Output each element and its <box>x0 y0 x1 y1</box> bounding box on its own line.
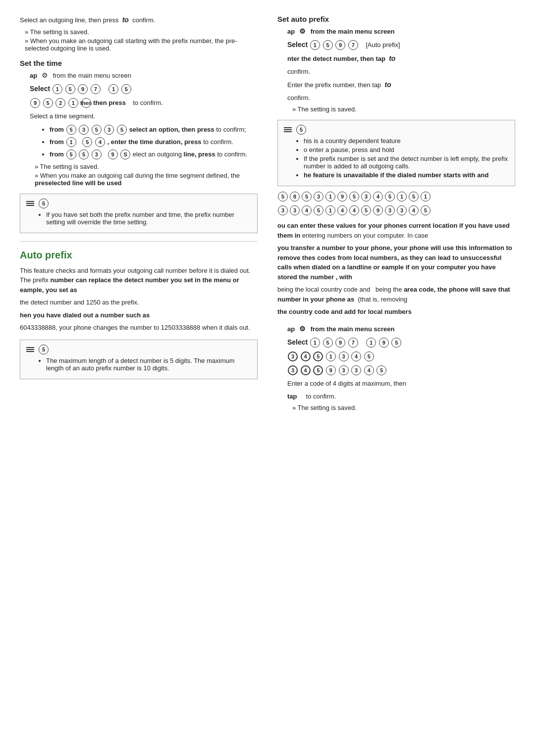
k-3a: 3 <box>79 125 89 135</box>
nr1-5e: 5 <box>409 192 419 202</box>
ap2-k3d: 3 <box>339 365 349 375</box>
sap-enter-prefix: Enter the prefix number, then tap to <box>287 80 515 90</box>
ap2-tap: tap <box>287 393 297 400</box>
key-5: 5 <box>65 84 75 94</box>
sap-confirm-line: confirm. <box>287 67 515 77</box>
nr1-1: 1 <box>325 192 335 202</box>
sap-select-label: Select <box>287 41 308 49</box>
ap-bottom-section: ap ⚙ from the main menu screen Select 1 … <box>287 324 515 411</box>
time-arrow-1: The setting is saved. <box>35 163 258 170</box>
nr2-3d: 3 <box>397 205 407 215</box>
ap2-line: ap ⚙ from the main menu screen <box>287 324 515 334</box>
sap-enter-detect: nter the detect number, then tap to <box>287 53 515 64</box>
nr2-5c: 5 <box>421 205 430 215</box>
ap2-to-confirm: to confirm. <box>306 393 336 400</box>
nr2-1: 1 <box>325 205 335 215</box>
nr2-4b: 4 <box>337 205 347 215</box>
key-9b: 9 <box>30 98 40 108</box>
nr1-5b: 5 <box>302 192 312 202</box>
sap-ap-line: ap ⚙ from the main menu screen <box>287 26 515 37</box>
auto-prefix-section: Auto prefix This feature checks and form… <box>20 250 258 333</box>
ap2-k4: 4 <box>301 352 311 361</box>
ap2-select-row: Select 1 5 9 7 1 9 5 <box>287 337 515 348</box>
sap-arrows: The setting is saved. <box>292 105 515 113</box>
sap-to: to <box>389 54 395 62</box>
ap2-arrows: The setting is saved. <box>292 404 515 411</box>
key-2: 2 <box>55 98 65 108</box>
ap2-keys3-row: 3 4 5 1 3 4 5 <box>287 351 515 362</box>
ap-bold1: number can replace the detect number you… <box>20 276 239 294</box>
nr2-4d: 4 <box>409 205 419 215</box>
ap2-k4d: 4 <box>364 365 374 375</box>
set-time-ap-row: ap ⚙ from the main menu screen <box>30 70 258 81</box>
set-time-section: Set the time ap ⚙ from the main menu scr… <box>20 59 258 187</box>
sap-enter-text: nter the detect number, then tap <box>287 55 385 62</box>
ap2-saved: The setting is saved. <box>292 404 515 411</box>
nr2-5: 5 <box>314 205 323 215</box>
intro-section: Select an outgoing line, then press to c… <box>20 15 258 52</box>
set-auto-prefix-title: Set auto prefix <box>277 15 515 23</box>
intro-to: to <box>122 16 129 24</box>
ap2-k5b: 5 <box>391 338 401 348</box>
ap2-keys4-row: 3 4 5 9 3 3 4 5 <box>287 365 515 376</box>
key-5b: 5 <box>121 84 131 94</box>
ap2-k4c: 4 <box>301 365 311 375</box>
nr2-5b: 5 <box>361 205 371 215</box>
right-column: Set auto prefix ap ⚙ from the main menu … <box>277 15 515 418</box>
sap-key-1: 1 <box>310 40 320 50</box>
loc-with: , with <box>336 273 352 281</box>
note3-b4: he feature is unavailable if the dialed … <box>304 171 509 179</box>
sap-gear-icon: ⚙ <box>299 26 306 37</box>
ap2-k1b: 1 <box>366 338 376 348</box>
time-bullet-list: from 5 3 5 3 5 select an option, then pr… <box>50 124 258 160</box>
ap2-enter-code-text: Enter a code of 4 digits at maximum, the… <box>287 380 406 387</box>
key-1b: 1 <box>108 84 118 94</box>
sap-key-9: 9 <box>335 40 345 50</box>
note-box-3: 5 his is a country dependent feature o e… <box>277 120 515 186</box>
key-7: 7 <box>91 84 101 94</box>
loc-bold4: the country code and add for local numbe… <box>277 307 515 317</box>
intro-main: Select an outgoing line, then press <box>20 16 118 24</box>
k-3b: 3 <box>104 125 114 135</box>
key-5c: 5 <box>43 98 53 108</box>
note1-text: If you have set both the prefix number a… <box>46 211 251 226</box>
press-label: then press <box>93 99 126 106</box>
note3-b2: o enter a pause, press and hold <box>304 146 509 153</box>
sap-select-row: Select 1 5 9 7 [Auto prefix] <box>287 40 515 50</box>
key-1: 1 <box>53 84 62 94</box>
k-5c: 5 <box>117 125 127 135</box>
ap2-gear-icon: ⚙ <box>299 324 306 334</box>
nr1-8: 8 <box>290 192 300 202</box>
ap2-k3e: 3 <box>351 365 361 375</box>
ap2-k5d: 5 <box>364 352 374 361</box>
nr2-4: 4 <box>302 205 312 215</box>
k-5a: 5 <box>66 125 76 135</box>
loc-bold2: you transfer a number to your phone, you… <box>277 243 515 282</box>
time-arrow-list: The setting is saved. When you make an o… <box>35 163 258 187</box>
note2-circle: 5 <box>39 345 49 354</box>
ap2-k5f: 5 <box>376 365 386 375</box>
intro-bullets: The setting is saved. When you make an o… <box>25 28 258 52</box>
set-time-title: Set the time <box>20 59 258 67</box>
k-s: S <box>120 150 130 159</box>
auto-prefix-para2: the detect number and 1250 as the prefix… <box>20 298 258 307</box>
number-row-1: 5 8 5 3 1 9 5 3 4 5 1 5 1 <box>277 191 515 202</box>
note3-b1: his is a country dependent feature <box>304 137 509 145</box>
nr1-5: 5 <box>278 192 288 202</box>
nr2-3b: 3 <box>290 205 300 215</box>
ap2-k7: 7 <box>348 338 358 348</box>
sap-key-5: 5 <box>323 40 333 50</box>
note2-bullets: The maximum length of a detect number is… <box>46 357 251 372</box>
time-bullet-2: from 1 5 4 , enter the time duration, pr… <box>50 137 258 148</box>
select-segment: Select a time segment. <box>30 111 258 121</box>
note2-text: The maximum length of a detect number is… <box>46 357 251 372</box>
note3-b3: If the prefix number is set and the dete… <box>304 155 509 170</box>
intro-text: Select an outgoing line, then press to c… <box>20 15 258 25</box>
sap-ap-label: ap <box>287 28 295 35</box>
sap-ap-row: ap ⚙ from the main menu screen Select 1 … <box>287 26 515 113</box>
ap2-tap-row: tap to confirm. <box>287 392 515 402</box>
nr2-9: 9 <box>373 205 383 215</box>
nr2-3: 3 <box>278 205 288 215</box>
ap2-k4b: 4 <box>351 352 361 361</box>
sap-confirm2-line: confirm. <box>287 93 515 103</box>
